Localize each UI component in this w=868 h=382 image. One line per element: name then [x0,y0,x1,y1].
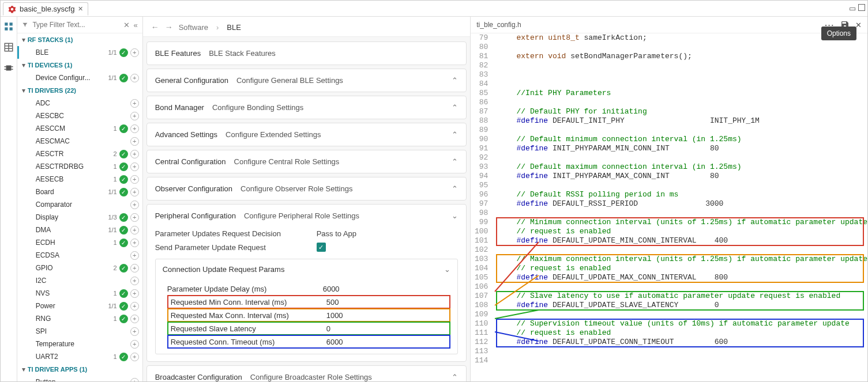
code-body[interactable]: 79 extern uint8_t sameIrkAction;8081 ext… [471,33,867,382]
editor-tabbar: basic_ble.syscfg ✕ ▭ [1,1,867,17]
chevron-down-icon[interactable]: ▾ [20,36,28,44]
tree-item[interactable]: ADC+ [17,97,142,109]
tree-item[interactable]: AESECB1✓+ [17,173,142,186]
tree-item[interactable]: I2C+ [17,274,142,287]
add-icon[interactable]: + [130,251,139,260]
tree-item[interactable]: Button+ [17,376,142,382]
check-icon: ✓ [119,264,128,273]
check-icon: ✓ [119,124,128,133]
config-body[interactable]: BLE FeaturesBLE Stack Features General C… [143,37,471,382]
tree-item[interactable]: UART21✓+ [17,350,142,363]
tree-item[interactable]: Board1/1✓+ [17,186,142,198]
tree-item[interactable]: NVS1✓+ [17,287,142,300]
accordion-peripheral[interactable]: Peripheral ConfigurationConfigure Periph… [146,204,467,362]
tree-item[interactable]: Display1/3✓+ [17,211,142,224]
code-line: 104 // request is enabled [471,264,867,273]
add-icon[interactable]: + [130,277,139,285]
tree-item[interactable]: AESCBC+ [17,109,142,122]
add-icon[interactable]: + [130,213,139,222]
tree-item[interactable]: AESCTR2✓+ [17,147,142,160]
chevron-right-icon: › [214,23,221,32]
grid-icon[interactable] [3,21,14,32]
chevron-down-icon[interactable]: ▾ [20,365,28,373]
param-row-max-interval[interactable]: Requested Max Conn. Interval (ms)1000 [167,308,451,322]
table-icon[interactable] [3,42,14,52]
chip-icon[interactable] [3,63,14,73]
add-icon[interactable]: + [130,162,139,171]
tree-item[interactable]: GPIO2✓+ [17,262,142,274]
filter-input[interactable] [31,20,120,29]
code-filename[interactable]: ti_ble_config.h [476,21,521,29]
dropdown-value[interactable]: Pass to App [317,229,356,238]
add-icon[interactable]: + [130,340,139,349]
forward-icon[interactable]: → [165,22,173,32]
code-line: 94 #define INIT_PHYPARAM_MAX_CONN_INT 80 [471,172,867,181]
accordion-bond[interactable]: Bond ManagerConfigure Bonding Settings⌃ [146,96,467,119]
collapse-panel-icon[interactable]: « [133,21,137,29]
tree-item[interactable]: ECDH1✓+ [17,236,142,249]
tree-item[interactable]: SPI+ [17,325,142,338]
close-icon[interactable]: ✕ [78,5,83,13]
tree-item[interactable]: AESCMAC+ [17,135,142,147]
accordion-ble-features[interactable]: BLE FeaturesBLE Stack Features [146,41,467,65]
tree-item[interactable]: Power1/1✓+ [17,300,142,312]
code-line: 86 [471,98,867,107]
accordion-central[interactable]: Central ConfigurationConfigure Central R… [146,150,467,173]
tree-item[interactable]: DMA1/1✓+ [17,224,142,236]
checkbox-checked[interactable]: ✓ [317,243,326,252]
back-icon[interactable]: ← [151,22,159,32]
accordion-broadcaster[interactable]: Broadcaster ConfigurationConfigure Broad… [146,365,467,382]
active-tab[interactable]: basic_ble.syscfg ✕ [3,2,88,16]
code-line: 114 [471,356,867,365]
filter-icon[interactable] [22,21,28,29]
param-row-conn-timeout[interactable]: Requested Conn. Timeout (ms)6000 [167,335,451,349]
add-icon[interactable]: + [130,112,139,120]
sub-accordion-header[interactable]: Connection Update Request Params⌄ [156,259,458,279]
add-icon[interactable]: + [130,327,139,336]
maximize-icon[interactable] [858,4,865,13]
accordion-general[interactable]: General ConfigurationConfigure General B… [146,69,467,92]
tree-item[interactable]: AESCCM1✓+ [17,122,142,135]
tree-item[interactable]: Device Configur...1/1✓+ [17,71,142,84]
add-icon[interactable]: + [130,239,139,247]
add-icon[interactable]: + [130,150,139,158]
add-icon[interactable]: + [130,289,139,298]
code-line: 89 [471,126,867,135]
param-row[interactable]: Parameter Update Delay (ms)6000 [167,282,451,296]
add-icon[interactable]: + [130,99,139,108]
chevron-down-icon[interactable]: ▾ [20,86,28,94]
accordion-advanced[interactable]: Advanced SettingsConfigure Extended Sett… [146,123,467,146]
code-line: 113 [471,347,867,356]
param-row-min-interval[interactable]: Requested Min Conn. Interval (ms)500 [167,295,451,309]
add-icon[interactable]: + [130,74,139,82]
tree-item[interactable]: Comparator+ [17,198,142,211]
code-line: 82 [471,61,867,70]
breadcrumb-root[interactable]: Software [179,23,208,32]
chevron-down-icon[interactable]: ▾ [20,61,28,69]
clear-filter-icon[interactable]: ✕ [123,21,130,29]
add-icon[interactable]: + [130,264,139,273]
add-icon[interactable]: + [130,378,139,383]
tree-item[interactable]: RNG1✓+ [17,312,142,325]
add-icon[interactable]: + [130,124,139,133]
code-line: 79 extern uint8_t sameIrkAction; [471,33,867,43]
add-icon[interactable]: + [130,302,139,311]
tree-item[interactable]: AESCTRDRBG1✓+ [17,160,142,173]
tree-item[interactable]: Temperature+ [17,338,142,350]
add-icon[interactable]: + [130,175,139,184]
code-line: 105 #define DEFAULT_UPDATE_MAX_CONN_INTE… [471,273,867,282]
tree-item-ble[interactable]: BLE1/1✓+ [17,46,142,59]
param-row-slave-latency[interactable]: Requested Slave Latency0 [167,322,451,335]
add-icon[interactable]: + [130,137,139,146]
check-icon: ✓ [119,353,128,361]
minimize-icon[interactable]: ▭ [849,4,855,13]
tree-item[interactable]: ECDSA+ [17,249,142,262]
accordion-observer[interactable]: Observer ConfigurationConfigure Observer… [146,177,467,201]
add-icon[interactable]: + [130,353,139,361]
add-icon[interactable]: + [130,48,139,57]
add-icon[interactable]: + [130,315,139,323]
add-icon[interactable]: + [130,188,139,196]
module-tree[interactable]: ▾RF STACKS (1) BLE1/1✓+ ▾TI DEVICES (1) … [17,33,142,382]
add-icon[interactable]: + [130,201,139,209]
add-icon[interactable]: + [130,226,139,235]
